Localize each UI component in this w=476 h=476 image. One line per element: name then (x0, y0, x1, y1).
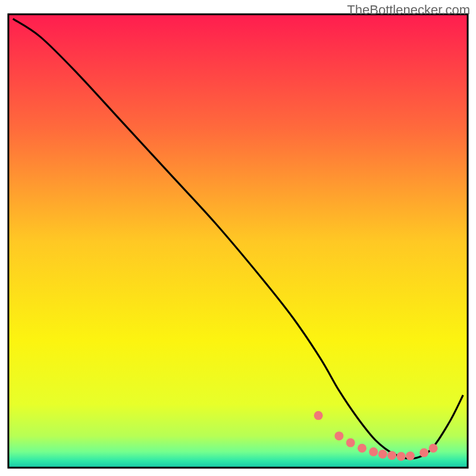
bottleneck-chart: TheBottlenecker.com (0, 0, 476, 476)
watermark-text: TheBottlenecker.com (347, 2, 470, 18)
marker-dot (387, 451, 396, 460)
marker-dot (369, 447, 378, 456)
marker-dot (334, 431, 343, 440)
marker-dot (419, 448, 428, 457)
marker-dot (429, 444, 438, 453)
marker-dot (346, 439, 355, 447)
marker-dot (397, 452, 406, 461)
chart-svg (0, 0, 476, 476)
gradient-background (8, 14, 468, 468)
marker-dot (314, 411, 323, 420)
marker-dot (358, 444, 367, 453)
marker-dot (378, 450, 387, 459)
marker-dot (406, 452, 415, 461)
